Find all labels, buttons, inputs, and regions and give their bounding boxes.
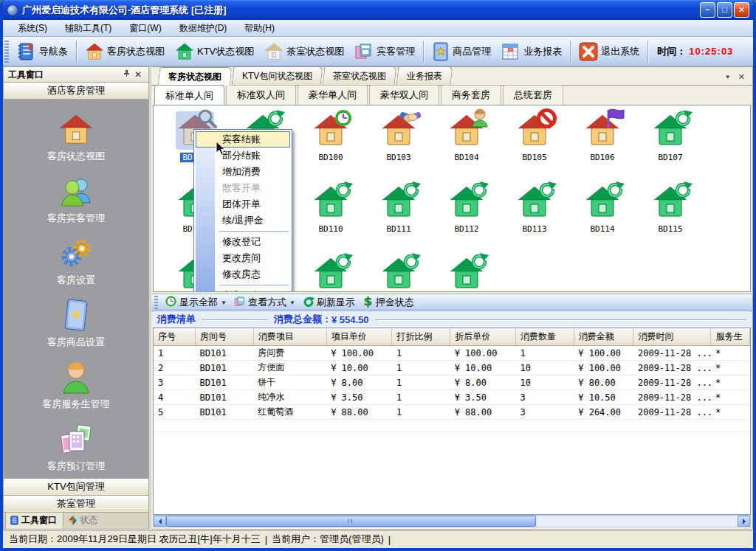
section-hotel-room-management[interactable]: 酒店客房管理 [3,83,149,100]
maximize-button[interactable]: □ [717,2,732,18]
sidebar-item-room-product-settings[interactable]: 客房商品设置 [4,299,148,349]
menu-aux-tools[interactable]: 辅助工具(T) [56,20,120,37]
toolbar-button-tearoom-status-view[interactable]: 茶室状态视图 [259,40,349,63]
room-BD106[interactable]: BD106 [568,111,636,183]
bottom-toolbar-show-all[interactable]: 显示全部▼ [161,294,230,311]
room-BD110[interactable]: BD110 [297,183,365,254]
toolbar-button-business-report[interactable]: 业务报表 [496,40,567,63]
context-menu-group-open-bill[interactable]: 团体开单 [194,196,292,212]
menu-help[interactable]: 帮助(H) [236,20,284,37]
context-menu-renew-refund-deposit[interactable]: 续/退押金 [194,212,292,229]
tab-status[interactable]: 状态 [63,512,104,529]
scroll-left-arrow[interactable] [154,516,166,527]
scrollbar-thumb[interactable] [166,516,536,527]
room-tab-standard-double[interactable]: 标准双人间 [226,85,296,105]
table-row[interactable]: 2BD101方便面¥ 10.001¥ 10.0010¥ 100.002009-1… [154,361,750,375]
room-BD111[interactable]: BD111 [365,183,433,254]
minimize-button[interactable]: − [700,2,715,18]
scroll-right-arrow[interactable] [738,516,750,527]
tab-close-icon[interactable]: ✕ [738,72,745,82]
sidebar-item-room-waiter-management[interactable]: 客房服务生管理 [4,361,148,411]
cell: 1 [392,375,450,390]
room-BD120[interactable]: BD120 [433,254,501,292]
current-user: 当前用户：管理员(管理员) [272,533,384,546]
vacant-arrow-icon [537,180,557,199]
section-ktv-management[interactable]: KTV包间管理 [3,479,149,496]
room-BD115[interactable]: BD115 [636,183,704,254]
sidebar-item-room-guest-management[interactable]: 客房宾客管理 [4,175,148,225]
dropdown-arrow-icon[interactable]: ▼ [289,299,295,306]
context-menu-modify-registration[interactable]: 修改登记 [194,234,292,250]
column-header[interactable]: 序号 [154,328,196,346]
toolbar-button-exit-system[interactable]: 退出系统 [574,40,645,63]
dropdown-arrow-icon[interactable]: ▼ [221,299,227,306]
sidebar-item-room-status-view[interactable]: 客房状态视图 [4,113,148,163]
bottom-toolbar-refresh-display[interactable]: 刷新显示 [299,294,359,311]
doc-tab-business-report[interactable]: 业务报表 [396,66,453,85]
room-BD114[interactable]: BD114 [568,183,636,254]
bottom-toolbar-grip[interactable] [154,296,158,309]
context-menu-partial-checkout[interactable]: 部分结账 [194,148,292,164]
doc-tab-tearoom-status-view[interactable]: 茶室状态视图 [323,66,397,85]
context-menu-modify-room-state[interactable]: 修改房态 [194,266,292,283]
table-row[interactable]: 4BD101纯净水¥ 3.501¥ 3.503¥ 10.502009-11-28… [154,390,750,405]
context-menu-add-consumption[interactable]: 增加消费 [194,164,292,180]
toolbar-grip[interactable] [4,41,9,63]
doc-tab-room-status-view[interactable]: 客房状态视图 [158,67,233,86]
room-BD103[interactable]: BD103 [365,111,433,183]
column-header[interactable]: 服务生 [711,328,750,346]
toolbar-button-product-management[interactable]: 商品管理 [427,40,496,63]
tab-tool-window[interactable]: 工具窗口 [5,512,63,529]
context-menu-guest-reservation[interactable]: 宾客预定 [194,288,292,292]
pin-icon[interactable] [120,69,132,80]
vacant-overlay-icon [266,108,285,130]
room-BD112[interactable]: BD112 [433,183,501,254]
room-BD118[interactable]: BD118 [297,254,365,292]
room-tab-deluxe-single[interactable]: 豪华单人间 [298,85,368,105]
toolbar-button-guest-management[interactable]: 宾客管理 [349,40,420,63]
room-BD119[interactable]: BD119 [365,254,433,292]
cell [392,420,450,432]
bottom-toolbar-view-mode[interactable]: 查看方式▼ [230,294,299,311]
toolbar-button-nav-bar[interactable]: 导航条 [12,40,73,63]
room-tab-deluxe-double[interactable]: 豪华双人间 [369,85,439,105]
cell: 3 [515,390,574,405]
table-row[interactable]: 5BD101红葡萄酒¥ 88.001¥ 88.003¥ 264.002009-1… [154,405,750,420]
column-header[interactable]: 房间号 [196,328,254,346]
tab-dropdown-icon[interactable]: ▼ [725,74,731,80]
room-tab-presidential-suite[interactable]: 总统套房 [503,85,563,105]
sidebar-item-room-booking-management[interactable]: 客房预订管理 [4,423,148,473]
column-header[interactable]: 打折比例 [392,328,450,346]
room-BD107[interactable]: BD107 [636,111,704,183]
room-tab-business-suite[interactable]: 商务套房 [441,85,501,105]
room-clock-icon [312,111,350,150]
scrollbar-track[interactable] [536,516,738,527]
column-header[interactable]: 消费项目 [253,328,326,346]
bottom-toolbar-deposit-status[interactable]: $押金状态 [359,294,418,311]
context-menu-guest-checkout[interactable]: 宾客结账 [196,131,290,148]
section-tearoom-management[interactable]: 茶室管理 [3,496,149,513]
table-row[interactable]: 3BD101饼干¥ 8.001¥ 8.0010¥ 80.002009-11-28… [154,375,750,390]
room-tab-standard-single[interactable]: 标准单人间 [154,85,224,105]
column-header[interactable]: 消费数量 [515,328,574,346]
room-BD105[interactable]: BD105 [501,111,568,183]
column-header[interactable]: 折后单价 [450,328,516,346]
column-header[interactable]: 消费时间 [633,328,711,346]
doc-tab-ktv-room-status-view[interactable]: KTV包间状态视图 [232,66,323,85]
menu-system[interactable]: 系统(S) [9,20,56,37]
sidebar-item-room-settings[interactable]: 客房设置 [4,237,148,287]
horizontal-scrollbar[interactable] [153,515,751,527]
column-header[interactable]: 项目单价 [326,328,392,346]
context-menu-change-room[interactable]: 更改房间 [194,250,292,266]
menu-window[interactable]: 窗口(W) [120,20,170,37]
toolbar-button-room-status-view[interactable]: 客房状态视图 [80,40,170,63]
menu-data-maintenance[interactable]: 数据维护(D) [171,20,236,37]
room-BD100[interactable]: BD100 [297,111,365,183]
table-row[interactable]: 1BD101房间费¥ 100.001¥ 100.001¥ 100.002009-… [154,346,750,361]
room-BD113[interactable]: BD113 [501,183,568,254]
room-BD104[interactable]: BD104 [433,111,501,183]
column-header[interactable]: 消费金额 [574,328,633,346]
close-button[interactable]: ✕ [734,2,749,18]
toolbar-button-ktv-status-view[interactable]: KTV状态视图 [170,40,259,63]
close-panel-icon[interactable]: ✕ [132,69,144,80]
